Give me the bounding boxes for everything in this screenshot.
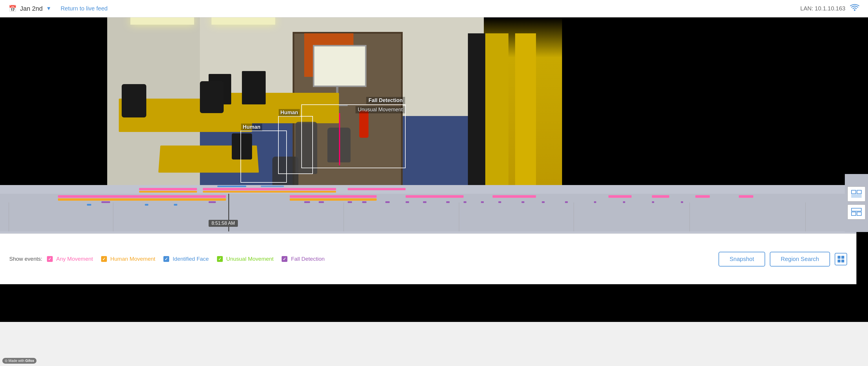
- timeline-fall-17: [594, 201, 596, 203]
- timeline-fall-9: [423, 201, 427, 203]
- tick-3: [344, 202, 344, 231]
- timeline-fall-1: [101, 201, 110, 203]
- event-type-fall-detection[interactable]: ✓ Fall Detection: [282, 256, 324, 262]
- timeline-any-movement-8: [739, 195, 753, 198]
- timeline-any-movement-4: [493, 195, 536, 198]
- timeline-fall-10: [446, 201, 450, 203]
- timeline-fall-6: [362, 201, 367, 203]
- grid-dot-1: [838, 256, 840, 259]
- whiteboard: [313, 45, 367, 87]
- timeline-fall-3: [304, 201, 310, 203]
- timeline-fall-8: [406, 201, 409, 203]
- timeline-face-1: [87, 204, 91, 206]
- grid-layout-button[interactable]: [835, 253, 847, 265]
- dark-door: [468, 33, 485, 207]
- tick-6: [689, 202, 690, 231]
- layout-btn-1[interactable]: [847, 187, 865, 202]
- ceiling-light-1: [130, 18, 194, 25]
- top-bar-left: 📅 Jan 2nd ▼ Return to live feed: [9, 5, 107, 12]
- fall-detection-box: Fall Detection Unusual Movement: [301, 105, 406, 168]
- playhead-time-label: 8:51:58 AM: [209, 220, 238, 227]
- calendar-icon: 📅: [9, 5, 17, 12]
- timeline-fall-5: [348, 201, 352, 203]
- fall-detection-line: [339, 113, 340, 165]
- unusual-movement-label: Unusual Movement: [355, 106, 405, 113]
- top-bar-right: LAN: 10.1.10.163: [800, 4, 859, 13]
- show-events-label: Show events:: [9, 256, 42, 262]
- chair-2: [200, 81, 224, 113]
- identified-face-bar-1: [217, 186, 246, 187]
- tick-7: [805, 202, 806, 231]
- grid-dot-3: [838, 259, 840, 262]
- ceiling-light-2: [212, 18, 275, 25]
- right-layout-controls: [845, 174, 868, 232]
- human-movement-label: Human Movement: [111, 256, 155, 262]
- timeline-fall-20: [681, 201, 683, 203]
- scrubber-track[interactable]: 8:51:58 AM: [0, 194, 857, 231]
- event-type-identified-face[interactable]: ✓ Identified Face: [163, 256, 209, 262]
- timeline-any-movement-5: [609, 195, 631, 198]
- event-type-human-movement[interactable]: ✓ Human Movement: [101, 256, 155, 262]
- svg-rect-5: [851, 212, 856, 216]
- human-movement-bar-2: [203, 191, 336, 193]
- region-search-button[interactable]: Region Search: [770, 252, 830, 266]
- event-indicator-bars: [0, 185, 857, 194]
- fall-detection-label: Fall Detection: [366, 97, 405, 104]
- snapshot-button[interactable]: Snapshot: [718, 252, 765, 266]
- svg-point-0: [854, 9, 856, 11]
- timeline-fall-19: [652, 201, 654, 203]
- event-type-any-movement[interactable]: ✓ Any Movement: [47, 256, 93, 262]
- timeline-human-movement-1: [58, 198, 226, 201]
- identified-face-bar-2: [261, 186, 284, 187]
- timeline-human-movement-2: [290, 198, 377, 201]
- timeline-fall-11: [464, 201, 466, 203]
- bottom-controls-bar: Show events: ✓ Any Movement ✓ Human Move…: [0, 233, 857, 284]
- human-label-2: Human: [241, 123, 262, 131]
- timeline-fall-14: [522, 201, 524, 203]
- any-movement-checkbox[interactable]: ✓: [47, 256, 53, 262]
- tick-0: [9, 202, 9, 231]
- timeline-face-2: [145, 204, 148, 206]
- top-bar: 📅 Jan 2nd ▼ Return to live feed LAN: 10.…: [0, 0, 868, 18]
- unusual-movement-checkbox[interactable]: ✓: [217, 256, 223, 262]
- unusual-movement-label: Unusual Movement: [226, 256, 274, 262]
- date-dropdown-icon[interactable]: ▼: [46, 5, 51, 11]
- identified-face-label: Identified Face: [173, 256, 209, 262]
- any-movement-bar-2: [203, 188, 336, 190]
- svg-rect-6: [857, 212, 861, 216]
- svg-rect-2: [857, 190, 861, 194]
- human-label-1: Human: [279, 109, 300, 116]
- layout-btn-2[interactable]: [847, 204, 865, 220]
- timeline-any-movement-3: [406, 195, 464, 198]
- human-movement-bar-1: [139, 191, 197, 193]
- timeline-any-movement-7: [695, 195, 710, 198]
- timeline-any-movement-1: [58, 195, 226, 198]
- identified-face-checkbox[interactable]: ✓: [163, 256, 169, 262]
- tick-4: [459, 202, 459, 231]
- human-movement-checkbox[interactable]: ✓: [101, 256, 107, 262]
- timeline-fall-12: [481, 201, 484, 203]
- any-movement-bar-3: [348, 188, 406, 190]
- timeline-any-movement-2: [290, 195, 377, 198]
- timeline-fall-15: [542, 201, 545, 203]
- event-type-unusual-movement[interactable]: ✓ Unusual Movement: [217, 256, 274, 262]
- any-movement-bar-1: [139, 188, 197, 190]
- grid-dot-4: [841, 259, 844, 262]
- return-to-live-feed-link[interactable]: Return to live feed: [61, 5, 107, 12]
- any-movement-label: Any Movement: [56, 256, 93, 262]
- fall-detection-checkbox[interactable]: ✓: [282, 256, 287, 262]
- svg-rect-3: [851, 195, 861, 197]
- timeline-fall-18: [623, 201, 625, 203]
- timeline-fall-16: [565, 201, 568, 203]
- timeline-face-3: [174, 204, 177, 206]
- svg-rect-1: [851, 190, 856, 194]
- date-label: Jan 2nd: [20, 5, 42, 12]
- timeline-fall-13: [498, 201, 501, 203]
- human-detection-box-2: Human: [241, 131, 287, 183]
- monitor-2: [242, 71, 266, 105]
- svg-rect-4: [851, 208, 861, 211]
- grid-dot-2: [841, 256, 844, 259]
- tick-1: [113, 202, 113, 231]
- timeline-fall-2: [209, 201, 216, 203]
- timeline-fall-4: [319, 201, 324, 203]
